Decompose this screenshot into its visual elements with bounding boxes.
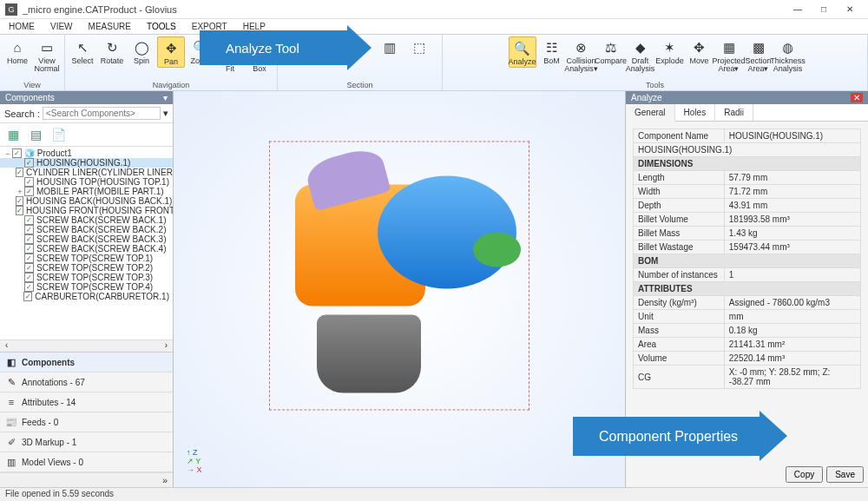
- analyze-row: Volume22520.14 mm³: [634, 352, 861, 366]
- tree-item[interactable]: ✓CARBURETOR(CARBURETOR.1): [0, 292, 173, 301]
- app-icon: G: [5, 3, 17, 16]
- tree-item[interactable]: ✓SCREW BACK(SCREW BACK.3): [0, 234, 173, 244]
- analyze-row: Width71.72 mm: [634, 185, 861, 199]
- tools-icon: ◆: [631, 37, 650, 56]
- tree-item[interactable]: ✓SCREW TOP(SCREW TOP.4): [0, 282, 173, 292]
- tree-item[interactable]: ✓SCREW BACK(SCREW BACK.2): [0, 225, 173, 234]
- tools-icon: ⚖: [602, 37, 621, 56]
- copy-button[interactable]: Copy: [786, 466, 823, 483]
- accordion-item[interactable]: ▥Model Views - 0: [0, 452, 173, 472]
- left-accordion: ◧Components✎Annotations - 67≡Attributes …: [0, 352, 173, 472]
- ribbon-tools-Compare[interactable]: ⚖Compare: [597, 36, 625, 66]
- analyze-row: Billet Wastage159473.44 mm³: [634, 241, 861, 254]
- title-bar: G _micro engine.CATProduct - Glovius — □…: [0, 0, 868, 19]
- ribbon-section-4[interactable]: ⬚: [405, 36, 433, 58]
- ribbon-group-view: ⌂Home▭View Normal View: [0, 35, 65, 90]
- section-icon: ▥: [380, 37, 399, 56]
- ribbon-nav-Pan[interactable]: ✥Pan: [157, 36, 185, 68]
- ribbon-tools-Draft Analysis[interactable]: ◆Draft Analysis: [627, 36, 654, 74]
- tree-collapse-icon[interactable]: ▤: [27, 126, 44, 143]
- window-title: _micro engine.CATProduct - Glovius: [23, 4, 785, 15]
- accordion-icon: 📰: [5, 416, 17, 428]
- tree-item[interactable]: ✓SCREW BACK(SCREW BACK.4): [0, 244, 173, 254]
- ribbon-group-tools-label: Tools: [646, 81, 664, 89]
- accordion-icon: ≡: [5, 396, 17, 408]
- accordion-icon: ▥: [5, 456, 17, 468]
- close-button[interactable]: ✕: [837, 2, 863, 17]
- analyze-close-button[interactable]: ✕: [851, 93, 863, 102]
- tree-item[interactable]: ✓SCREW TOP(SCREW TOP.2): [0, 263, 173, 273]
- tree-item[interactable]: ✓HOUSING(HOUSING.1): [0, 158, 173, 168]
- nav-icon: ↖: [73, 37, 92, 56]
- ribbon: ⌂Home▭View Normal View ↖Select↻Rotate◯Sp…: [0, 35, 868, 91]
- accordion-item[interactable]: ◧Components: [0, 353, 173, 372]
- analyze-row: Mass0.18 kg: [634, 324, 861, 338]
- ribbon-tools-Explode[interactable]: ✶Explode: [656, 36, 684, 66]
- analyze-panel-title: Analyze: [631, 93, 662, 102]
- accordion-item[interactable]: 📰Feeds - 0: [0, 412, 173, 432]
- minimize-button[interactable]: —: [785, 2, 811, 17]
- accordion-icon: ◧: [5, 356, 17, 368]
- ribbon-tools-Analyze[interactable]: 🔍Analyze: [509, 36, 536, 68]
- component-tree[interactable]: −✓🧊 Product1✓HOUSING(HOUSING.1)✓CYLINDER…: [0, 147, 173, 339]
- tree-item[interactable]: ✓CYLINDER LINER(CYLINDER LINER.1): [0, 168, 173, 177]
- ribbon-view-View Normal[interactable]: ▭View Normal: [33, 36, 61, 74]
- accordion-overflow[interactable]: »: [0, 472, 173, 487]
- analyze-row: Depth43.91 mm: [634, 199, 861, 213]
- tools-icon: ◍: [779, 37, 798, 56]
- menu-measure[interactable]: MEASURE: [89, 22, 131, 31]
- menu-home[interactable]: HOME: [9, 22, 35, 31]
- tree-item[interactable]: +✓MOBILE PART(MOBILE PART.1): [0, 187, 173, 196]
- ribbon-tools-Thickness Analysis[interactable]: ◍Thickness Analysis: [774, 36, 802, 74]
- tools-icon: ✥: [690, 37, 709, 56]
- panel-pin-icon[interactable]: ▾: [163, 93, 168, 102]
- tree-item[interactable]: ✓HOUSING FRONT(HOUSING FRONT.1): [0, 206, 173, 215]
- tab-general[interactable]: General: [626, 104, 675, 122]
- tools-icon: ▦: [720, 37, 739, 56]
- part-carburetor: [317, 315, 421, 393]
- ribbon-section-3[interactable]: ▥: [376, 36, 404, 58]
- search-input[interactable]: [43, 107, 161, 120]
- viewport-3d[interactable]: Component Properties ↑ Z↗ Y→ X: [174, 91, 625, 487]
- accordion-item[interactable]: ✐3D Markup - 1: [0, 432, 173, 452]
- tab-holes[interactable]: Holes: [675, 104, 716, 121]
- tree-item[interactable]: ✓SCREW TOP(SCREW TOP.3): [0, 273, 173, 282]
- accordion-item[interactable]: ✎Annotations - 67: [0, 372, 173, 392]
- section-icon: ⬚: [410, 37, 429, 56]
- ribbon-view-Home[interactable]: ⌂Home: [3, 36, 31, 66]
- analyze-row: Billet Mass1.43 kg: [634, 227, 861, 241]
- ribbon-nav-Select[interactable]: ↖Select: [69, 36, 96, 66]
- ribbon-tools-BoM[interactable]: ☷BoM: [538, 36, 566, 66]
- ribbon-tools-Move[interactable]: ✥Move: [686, 36, 713, 66]
- maximize-button[interactable]: □: [811, 2, 837, 17]
- analyze-row: BOM: [634, 254, 861, 268]
- model-render: [269, 142, 529, 411]
- tree-doc-icon[interactable]: 📄: [49, 126, 67, 143]
- analyze-row: ATTRIBUTES: [634, 282, 861, 296]
- tools-icon: ▩: [749, 37, 768, 56]
- ribbon-tools-Collision Analysis▾[interactable]: ⊗Collision Analysis▾: [568, 36, 595, 74]
- ribbon-group-view-label: View: [23, 81, 40, 89]
- analyze-row: Billet Volume181993.58 mm³: [634, 213, 861, 227]
- save-button[interactable]: Save: [826, 466, 864, 483]
- analyze-panel-header: Analyze ✕: [626, 91, 868, 104]
- analyze-row: Number of instances1: [634, 268, 861, 282]
- tree-item[interactable]: ✓SCREW BACK(SCREW BACK.1): [0, 215, 173, 225]
- ribbon-nav-Spin[interactable]: ◯Spin: [128, 36, 155, 66]
- tools-icon: ☷: [542, 37, 562, 56]
- tree-item[interactable]: ✓HOUSING BACK(HOUSING BACK.1): [0, 196, 173, 206]
- tree-item[interactable]: ✓HOUSING TOP(HOUSING TOP.1): [0, 177, 173, 187]
- search-clear-icon[interactable]: ▾: [163, 108, 168, 119]
- tree-item[interactable]: ✓SCREW TOP(SCREW TOP.1): [0, 254, 173, 263]
- menu-view[interactable]: VIEW: [50, 22, 73, 31]
- menu-tools[interactable]: TOOLS: [147, 22, 176, 31]
- analyze-table: Component NameHOUSING(HOUSING.1)HOUSING(…: [633, 129, 861, 389]
- ribbon-tools-Section Area▾[interactable]: ▩Section Area▾: [745, 36, 773, 74]
- ribbon-group-tools: 🔍Analyze☷BoM⊗Collision Analysis▾⚖Compare…: [443, 35, 868, 90]
- tab-radii[interactable]: Radii: [715, 104, 753, 121]
- ribbon-nav-Rotate[interactable]: ↻Rotate: [98, 36, 126, 66]
- tree-expand-icon[interactable]: ▦: [4, 126, 22, 143]
- accordion-item[interactable]: ≡Attributes - 14: [0, 392, 173, 412]
- tree-root[interactable]: −✓🧊 Product1: [0, 148, 173, 158]
- ribbon-tools-Projected Area▾[interactable]: ▦Projected Area▾: [715, 36, 743, 74]
